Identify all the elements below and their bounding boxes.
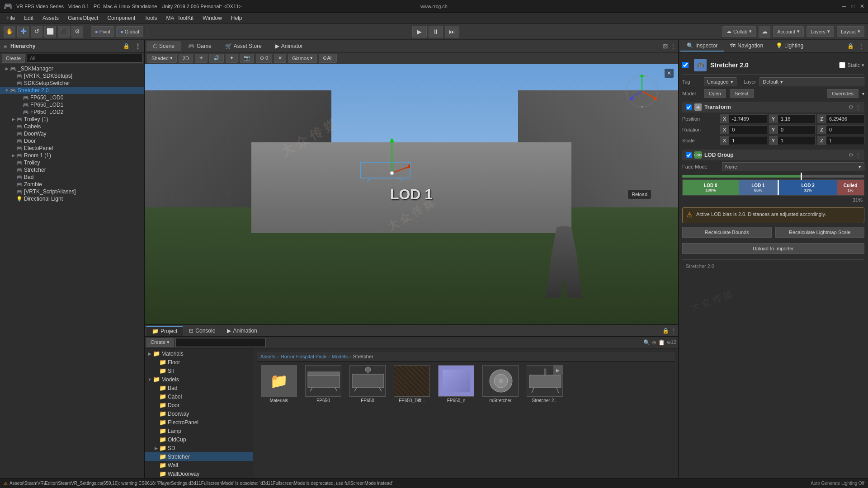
transform-header[interactable]: ✛ Transform ⚙ ⋮ bbox=[682, 102, 864, 113]
pos-y-field[interactable]: 1.16 bbox=[778, 114, 816, 123]
asset-fp650-2[interactable]: FP650 bbox=[347, 363, 388, 405]
hand-tool-btn[interactable]: ✋ bbox=[4, 26, 15, 38]
open-btn[interactable]: Open bbox=[704, 89, 726, 98]
project-tree-wall[interactable]: 📁 Wall bbox=[145, 461, 253, 469]
project-tree-walldoorway[interactable]: 📁 WallDoorway bbox=[145, 469, 253, 478]
step-btn[interactable]: ⏭ bbox=[445, 26, 459, 38]
scale-y-field[interactable]: 1 bbox=[778, 136, 816, 145]
tree-item-cabels[interactable]: 🎮 Cabels bbox=[0, 123, 144, 130]
tree-item-room1[interactable]: ▶ 🎮 Room 1 (1) bbox=[0, 152, 144, 159]
layers-btn[interactable]: Layers ▾ bbox=[807, 26, 834, 37]
transform-tool-btn[interactable]: ⚙ bbox=[71, 26, 83, 38]
audio-btn[interactable]: 🔊 bbox=[209, 54, 224, 63]
menu-matoolkit[interactable]: MA_ToolKit bbox=[161, 14, 198, 22]
project-tree-bad[interactable]: 📁 Bad bbox=[145, 384, 253, 392]
asset-stretcher2[interactable]: ▶ Stretcher 2... bbox=[524, 363, 565, 405]
light-btn[interactable]: ☀ bbox=[195, 54, 208, 63]
cloud-btn2[interactable]: ☁ bbox=[759, 26, 770, 38]
tab-animator[interactable]: ▶ Animator bbox=[269, 41, 309, 51]
menu-help[interactable]: Help bbox=[226, 14, 247, 22]
tree-item-doorway[interactable]: 🎮 DoorWay bbox=[0, 130, 144, 137]
transform-enable[interactable] bbox=[686, 104, 692, 110]
menu-file[interactable]: File bbox=[2, 14, 19, 22]
tab-scene[interactable]: ⬡ Scene bbox=[146, 41, 181, 51]
account-btn[interactable]: Account ▾ bbox=[773, 26, 804, 37]
lod-bar-culled[interactable]: Culled 1% bbox=[837, 180, 864, 195]
project-tree-models[interactable]: ▼ 📁 Models bbox=[145, 375, 253, 384]
rotate-tool-btn[interactable]: ↺ bbox=[31, 26, 42, 38]
project-search-input[interactable] bbox=[175, 338, 266, 347]
tree-item-fp650-lod0[interactable]: 🎮 FP650_LOD0 bbox=[0, 94, 144, 101]
asset-mstretcher[interactable]: mStretcher bbox=[480, 363, 521, 405]
project-tree-stretcher[interactable]: 📁 Stretcher bbox=[145, 452, 253, 461]
inspector-menu-icon[interactable]: ⋮ bbox=[857, 43, 866, 49]
pos-z-field[interactable]: 6.29436 bbox=[826, 114, 864, 123]
lod-group-header[interactable]: LOD LOD Group ⚙ ⋮ bbox=[682, 150, 864, 160]
maximize-btn[interactable]: □ bbox=[851, 3, 854, 9]
breadcrumb-models[interactable]: Models bbox=[332, 354, 348, 359]
active-checkbox[interactable] bbox=[682, 62, 689, 68]
project-tree-door[interactable]: 📁 Door bbox=[145, 401, 253, 409]
tab-lighting[interactable]: 💡 Lighting bbox=[769, 41, 810, 52]
minimize-btn[interactable]: ─ bbox=[842, 3, 846, 9]
static-dropdown[interactable]: ▾ bbox=[862, 62, 864, 68]
2d-btn[interactable]: 2D bbox=[179, 54, 193, 63]
asset-fp650-n[interactable]: FP650_n bbox=[436, 363, 476, 405]
lodgroup-settings-icon[interactable]: ⚙ bbox=[849, 152, 854, 158]
lod-bar-0[interactable]: LOD 0 100% bbox=[683, 180, 739, 195]
tree-item-door[interactable]: 🎮 Door bbox=[0, 137, 144, 145]
tab-project[interactable]: 📁 Project bbox=[146, 326, 183, 336]
tab-animation[interactable]: ▶ Animation bbox=[222, 326, 262, 335]
tab-assetstore[interactable]: 🛒 Asset Store bbox=[219, 41, 268, 51]
lodgroup-menu-icon[interactable]: ⋮ bbox=[855, 152, 861, 158]
project-tree-sil[interactable]: 📁 Sil bbox=[145, 366, 253, 375]
inspector-lock-icon[interactable]: 🔒 bbox=[845, 43, 856, 49]
settings-btn[interactable]: ✕ bbox=[274, 54, 286, 63]
overrides-btn[interactable]: Overrides bbox=[827, 89, 859, 98]
tree-item-trolley[interactable]: 🎮 Trolley bbox=[0, 159, 144, 166]
project-create-btn[interactable]: Create ▾ bbox=[146, 338, 174, 347]
pos-x-field[interactable]: -1.7469 bbox=[729, 114, 767, 123]
lod-slider-thumb[interactable] bbox=[801, 173, 802, 180]
tree-item-trolley1[interactable]: ▶ 🎮 Trolley (1) bbox=[0, 116, 144, 123]
collab-btn[interactable]: ☁ Collab ▾ bbox=[722, 26, 756, 37]
transform-menu-icon[interactable]: ⋮ bbox=[855, 104, 861, 110]
tree-item-fp650-lod2[interactable]: 🎮 FP650_LOD2 bbox=[0, 108, 144, 116]
gizmos-btn[interactable]: Gizmos▾ bbox=[288, 54, 317, 63]
recalc-bounds-btn[interactable]: Recalculate Bounds bbox=[682, 227, 772, 238]
lod-bar-2[interactable]: LOD 2 31% bbox=[778, 180, 837, 195]
scene-pin-icon[interactable]: ⋮ bbox=[670, 42, 676, 50]
layer-value[interactable]: Default ▾ bbox=[760, 77, 864, 86]
project-tree-lamp[interactable]: 📁 Lamp bbox=[145, 427, 253, 435]
select-btn[interactable]: Select bbox=[730, 89, 754, 98]
tree-item-vrtk-aliases[interactable]: 🎮 [VRTK_ScriptAliases] bbox=[0, 188, 144, 195]
upload-importer-btn[interactable]: Upload to Importer bbox=[682, 243, 864, 254]
tree-item-bad[interactable]: 🎮 Bad bbox=[0, 174, 144, 181]
tag-value[interactable]: Untagged ▾ bbox=[704, 77, 736, 86]
move-tool-btn[interactable]: ✛ bbox=[17, 26, 29, 38]
rect-tool-btn[interactable]: ⬛ bbox=[58, 26, 70, 38]
asset-materials[interactable]: 📁 Materials bbox=[259, 363, 299, 405]
tree-item-sdkmanager[interactable]: ▶ 🎮 _SDKManager bbox=[0, 65, 144, 72]
camera-btn[interactable]: 📷 bbox=[240, 54, 254, 63]
fade-mode-value[interactable]: None ▾ bbox=[722, 162, 864, 171]
tree-item-fp650-lod1[interactable]: 🎮 FP650_LOD1 bbox=[0, 101, 144, 108]
tab-console[interactable]: ⊟ Console bbox=[184, 326, 221, 335]
hierarchy-create-btn[interactable]: Create bbox=[2, 54, 25, 63]
tree-item-vrtk-setups[interactable]: 🎮 [VRTK_SDKSetups] bbox=[0, 72, 144, 80]
hierarchy-search[interactable] bbox=[27, 54, 142, 63]
rot-y-field[interactable]: 0 bbox=[778, 125, 816, 134]
search-all-btn[interactable]: ⊕All bbox=[319, 54, 336, 63]
breadcrumb-hhp[interactable]: Horror Hospital Pack bbox=[281, 354, 326, 359]
project-tree-materials[interactable]: ▶ 📁 Materials bbox=[145, 349, 253, 358]
pivot-btn[interactable]: ● Pivot bbox=[91, 26, 114, 37]
menu-edit[interactable]: Edit bbox=[19, 14, 38, 22]
hierarchy-menu[interactable]: ⋮ bbox=[135, 43, 141, 49]
scale-z-field[interactable]: 1 bbox=[826, 136, 864, 145]
overrides-dropdown[interactable]: ▾ bbox=[862, 91, 864, 96]
lodgroup-enable[interactable] bbox=[686, 152, 692, 158]
menu-assets[interactable]: Assets bbox=[38, 14, 63, 22]
asset-fp650-diff[interactable]: FP650_Diff... bbox=[392, 363, 432, 405]
tree-item-stretcher20[interactable]: ▼ 🎮 Stretcher 2.0 bbox=[0, 87, 144, 94]
tab-navigation[interactable]: 🗺 Navigation bbox=[724, 41, 769, 52]
